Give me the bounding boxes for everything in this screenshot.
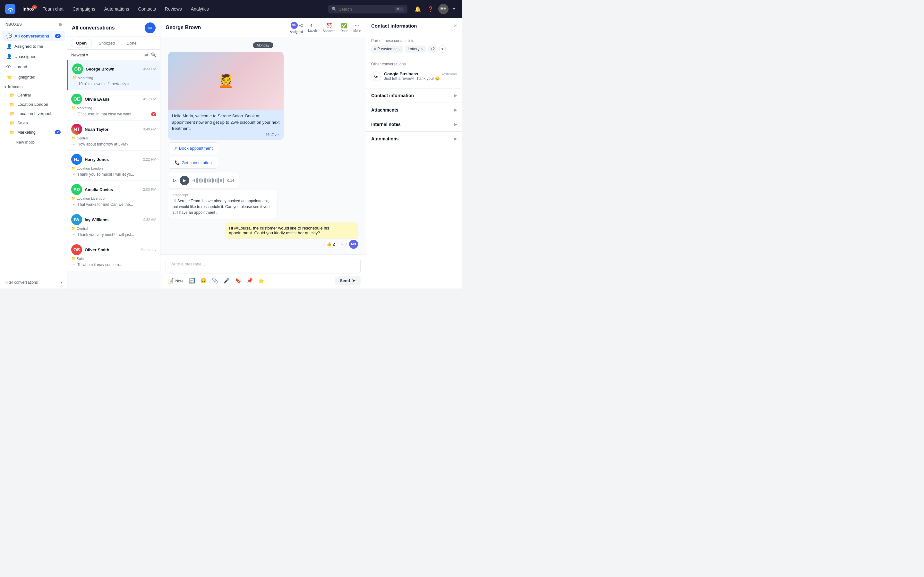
george-brown-name: George Brown bbox=[86, 67, 115, 71]
snoozed-action[interactable]: ⏰ Snoozed bbox=[323, 23, 335, 33]
audio-tool[interactable]: 🎤 bbox=[221, 276, 232, 285]
contact-info-section-header[interactable]: Contact information ▶ bbox=[371, 93, 457, 98]
contacts-nav-button[interactable]: Contacts bbox=[134, 5, 160, 13]
assigned-action[interactable]: MH +2 Assigned bbox=[290, 21, 303, 34]
message-input-placeholder: Write a message ... bbox=[170, 261, 206, 266]
tab-done[interactable]: Done bbox=[121, 39, 142, 47]
conv-item-amelia-davies[interactable]: AD Amelia Davies 2:03 PM 📁 Location Live… bbox=[67, 181, 160, 211]
more-action[interactable]: ··· More bbox=[353, 23, 360, 32]
george-brown-time: 4:33 PM bbox=[143, 67, 156, 71]
sort-filter[interactable]: Newest ▾ bbox=[71, 53, 88, 57]
app-logo bbox=[5, 4, 15, 14]
chat-header: George Brown MH +2 Assigned 🏷 Labels ⏰ S… bbox=[160, 18, 366, 37]
inbox-nav-button[interactable]: Inbox 2 bbox=[19, 5, 37, 13]
conv-item-harry-jones[interactable]: HJ Harry Jones 2:22 PM 📁 Location London… bbox=[67, 151, 160, 181]
outgoing-text: Hi @Louisa, the customer would like to r… bbox=[229, 226, 329, 235]
conv-item-olivia-evans[interactable]: OE Olivia Evans 4:17 PM 📁 Marketing ··· … bbox=[67, 90, 160, 121]
right-panel-close-button[interactable]: × bbox=[453, 23, 457, 29]
labels-action[interactable]: 🏷 Labels bbox=[308, 23, 317, 32]
sidebar-inbox-central[interactable]: 📁 Central bbox=[2, 91, 65, 99]
book-appointment-button[interactable]: ↗ Book appointment bbox=[168, 142, 218, 154]
sidebar-inbox-location-london[interactable]: 📁 Location London bbox=[2, 100, 65, 109]
harry-jones-inbox-label: 📁 Location London bbox=[71, 166, 156, 170]
ivy-williams-inbox-label: 📁 Central bbox=[71, 226, 156, 230]
unread-icon: 👁 bbox=[6, 64, 11, 69]
tags-dropdown-button[interactable]: ▾ bbox=[439, 45, 446, 53]
amelia-davies-inbox-label: 📁 Location Liverpool bbox=[71, 196, 156, 200]
sidebar-highlighted-label: Highlighted bbox=[15, 75, 61, 79]
noah-taylor-avatar: NT bbox=[71, 124, 82, 135]
campaigns-nav-button[interactable]: Campaigns bbox=[69, 5, 99, 13]
automations-arrow-icon: ▶ bbox=[454, 137, 457, 141]
message-input[interactable]: Write a message ... bbox=[166, 258, 360, 274]
tab-snoozed[interactable]: Snoozed bbox=[94, 39, 120, 47]
reaction-count: 2 bbox=[333, 242, 335, 247]
sidebar-inbox-location-liverpool[interactable]: 📁 Location Liverpool bbox=[2, 109, 65, 118]
note-tool[interactable]: 📝 Note bbox=[166, 276, 186, 285]
attach-tool[interactable]: 📎 bbox=[210, 276, 220, 285]
team-chat-nav-button[interactable]: Team chat bbox=[39, 5, 67, 13]
help-button[interactable]: ❓ bbox=[425, 4, 436, 14]
marketing-inbox-badge: 2 bbox=[55, 130, 61, 134]
right-panel: Contact information × Part of these cont… bbox=[366, 18, 462, 288]
automations-section-header[interactable]: Automations ▶ bbox=[371, 136, 457, 141]
conv-item-ivy-williams[interactable]: IW Ivy Williams 9:32 AM 📁 Central ··· Th… bbox=[67, 211, 160, 241]
harry-inbox-icon: 📁 bbox=[71, 166, 76, 170]
conv-item-george-brown[interactable]: GB George Brown 4:33 PM 📁 Marketing ··· … bbox=[67, 60, 160, 90]
lottery-tag-remove[interactable]: ✕ bbox=[421, 47, 423, 51]
star-tool[interactable]: ⭐ bbox=[256, 276, 266, 285]
other-conversations-label: Other conversations bbox=[371, 62, 457, 66]
other-conv-item-google[interactable]: G Google Business Yesterday Just left a … bbox=[371, 69, 457, 84]
conv-item-oliver-smith[interactable]: OS Oliver Smith Yesterday 📁 Sales ··· To… bbox=[67, 241, 160, 271]
new-inbox-button[interactable]: ＋ New inbox bbox=[2, 137, 65, 147]
user-avatar[interactable]: MH bbox=[438, 4, 449, 14]
sidebar-item-unassigned[interactable]: 👤 Unassigned bbox=[2, 52, 65, 61]
user-menu-chevron[interactable]: ▾ bbox=[451, 5, 457, 13]
olivia-evans-time: 4:17 PM bbox=[143, 97, 156, 101]
analytics-nav-button[interactable]: Analytics bbox=[187, 5, 213, 13]
filter-search-icon[interactable]: 🔍 bbox=[151, 52, 156, 57]
tab-open[interactable]: Open bbox=[71, 39, 92, 47]
more-tags[interactable]: +2 bbox=[428, 45, 438, 53]
automations-nav-button[interactable]: Automations bbox=[100, 5, 133, 13]
sidebar-item-assigned-to-me[interactable]: 👤 Assigned to me bbox=[2, 41, 65, 51]
reviews-nav-button[interactable]: Reviews bbox=[161, 5, 186, 13]
pin-tool[interactable]: 📌 bbox=[244, 276, 255, 285]
olivia-evans-name: Olivia Evans bbox=[85, 97, 110, 102]
refresh-tool[interactable]: 🔄 bbox=[187, 276, 197, 285]
conv-filters: Newest ▾ ⇄ 🔍 bbox=[67, 50, 160, 60]
internal-notes-section-header[interactable]: Internal notes ▶ bbox=[371, 122, 457, 127]
sidebar-toggle-icon[interactable]: ⊞ bbox=[59, 22, 63, 27]
audio-play-button[interactable]: ▶ bbox=[180, 176, 189, 185]
sidebar-all-conversations-label: All conversations bbox=[15, 34, 52, 39]
attachments-section-header[interactable]: Attachments ▶ bbox=[371, 107, 457, 113]
inboxes-section-header[interactable]: ▾ Inboxes bbox=[0, 82, 67, 90]
search-input[interactable] bbox=[339, 7, 393, 11]
sidebar-item-highlighted[interactable]: ⭐ Highlighted bbox=[2, 72, 65, 82]
done-label: Done bbox=[341, 29, 348, 33]
notifications-button[interactable]: 🔔 bbox=[413, 4, 423, 14]
get-consultation-button[interactable]: 📞 Get consultation bbox=[168, 157, 218, 169]
search-bar[interactable]: 🔍 ⌘K bbox=[328, 5, 407, 13]
filter-reassign-icon[interactable]: ⇄ bbox=[144, 52, 148, 57]
filter-conversations-footer[interactable]: Filter conversations ▾ bbox=[0, 276, 67, 288]
more-icon: ··· bbox=[355, 23, 359, 28]
compose-button[interactable]: ✏ bbox=[145, 23, 156, 33]
emoji-tool[interactable]: 😊 bbox=[198, 276, 208, 285]
reaction-emoji: 👍 bbox=[326, 242, 332, 247]
sidebar-item-all-conversations[interactable]: 💬 All conversations 2 bbox=[2, 31, 65, 41]
conv-item-noah-taylor[interactable]: NT Noah Taylor 3:49 PM 📁 Central ··· How… bbox=[67, 121, 160, 151]
lottery-tag: Lottery ✕ bbox=[405, 45, 426, 53]
send-button[interactable]: Send ➤ bbox=[334, 276, 360, 285]
ivy-dots-icon: ··· bbox=[71, 232, 75, 237]
sidebar-inbox-marketing[interactable]: 📁 Marketing 2 bbox=[2, 128, 65, 137]
harry-jones-preview: ··· Thank you so much! I will let yo... bbox=[71, 171, 156, 177]
sidebar-item-unread[interactable]: 👁 Unread bbox=[2, 62, 65, 71]
bookmark-tool[interactable]: 🔖 bbox=[233, 276, 243, 285]
reaction-badge: 👍 2 bbox=[325, 241, 337, 247]
vip-customer-tag-remove[interactable]: ✕ bbox=[398, 47, 401, 51]
google-business-icon: G bbox=[371, 71, 381, 81]
done-action[interactable]: ✅ Done bbox=[341, 23, 348, 33]
noah-inbox-icon: 📁 bbox=[71, 136, 76, 140]
sidebar-inbox-sales[interactable]: 📁 Sales bbox=[2, 119, 65, 127]
